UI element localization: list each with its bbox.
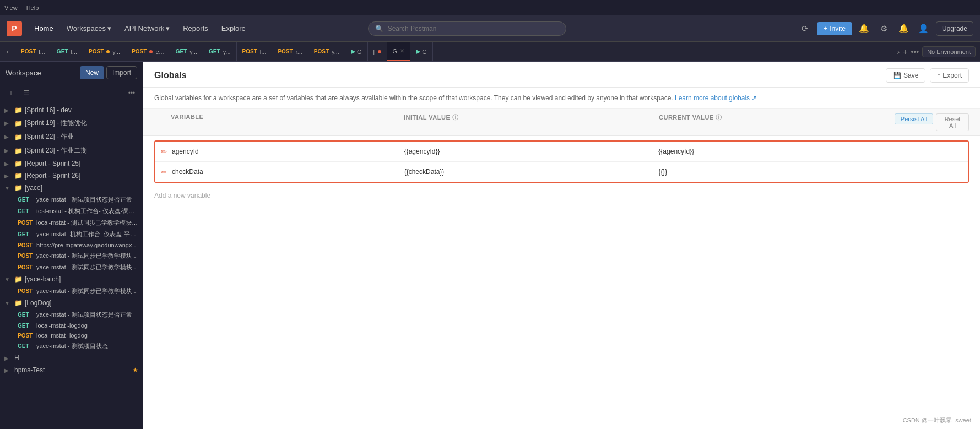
tabs-bar: ‹ POST l... GET l... POST y... POST e...…: [0, 42, 980, 62]
sidebar-item-report25[interactable]: ▶ 📁 [Report - Sprint 25]: [0, 158, 143, 170]
folder-icon: 📁: [14, 133, 23, 141]
sidebar-more-btn[interactable]: •••: [125, 86, 138, 100]
nav-item-explore[interactable]: Explore: [216, 21, 251, 36]
upgrade-button[interactable]: Upgrade: [936, 21, 973, 36]
sidebar-item-H[interactable]: ▶ H: [0, 352, 143, 364]
tab-post-2[interactable]: POST y...: [83, 42, 126, 61]
nav-right-actions: ⟳ +Invite 🔔 ⚙ 🔔 👤 Upgrade: [797, 21, 973, 36]
settings-icon[interactable]: ⚙: [876, 21, 892, 36]
search-bar[interactable]: 🔍: [368, 21, 566, 36]
globals-description: Global variables for a workspace are a s…: [143, 88, 980, 109]
current-value-input-checkdata[interactable]: [658, 168, 885, 176]
sidebar-req-yace-3[interactable]: POST local-mstat - 测试同步已学教学模块数据- 域名访问: [0, 217, 143, 229]
edit-icon[interactable]: ✏: [157, 145, 170, 158]
chevron-right-icon: ▶: [4, 134, 12, 140]
menu-view[interactable]: View: [4, 4, 18, 11]
sidebar-req-yace-2[interactable]: GET test-mstat - 机构工作台- 仪表盘-课程排行榜学习人...: [0, 205, 143, 217]
tab-bracket-1[interactable]: [: [368, 42, 387, 61]
sidebar-req-logdog-3[interactable]: POST local-mstat -logdog: [0, 330, 143, 340]
sidebar-item-report26[interactable]: ▶ 📁 [Report - Sprint 26]: [0, 170, 143, 182]
sidebar-item-hpms[interactable]: ▶ hpms-Test ★: [0, 364, 143, 376]
tab-add-btn[interactable]: +: [903, 47, 907, 56]
table-header: VARIABLE INITIAL VALUE ⓘ CURRENT VALUE ⓘ…: [143, 109, 980, 136]
reset-all-button[interactable]: Reset All: [936, 113, 969, 131]
tab-get-1[interactable]: GET l...: [51, 42, 83, 61]
tab-runner-1[interactable]: ▶ G: [345, 42, 368, 61]
top-nav: P Home Workspaces▾ API Network▾ Reports …: [0, 15, 980, 42]
sidebar-item-yace-batch[interactable]: ▼ 📁 [yace-batch]: [0, 273, 143, 285]
tab-back-btn[interactable]: ‹: [0, 42, 15, 62]
table-row-checkdata: ✏: [155, 162, 968, 182]
nav-item-workspaces[interactable]: Workspaces▾: [61, 21, 117, 36]
current-value-input-agencyid[interactable]: [658, 148, 885, 155]
sidebar-item-sprint19[interactable]: ▶ 📁 [Sprint 19] - 性能优化: [0, 116, 143, 130]
export-button[interactable]: ↑ Export: [930, 68, 969, 83]
sidebar-req-logdog-2[interactable]: GET local-mstat -logdog: [0, 321, 143, 330]
sidebar-req-yace-4[interactable]: GET yace-mstat -机构工作台- 仪表盘-平台访问统计: [0, 229, 143, 240]
star-icon: ★: [132, 366, 138, 374]
menu-help[interactable]: Help: [26, 4, 39, 11]
title-bar-menu: View Help: [4, 4, 39, 11]
search-input[interactable]: [388, 25, 559, 32]
sidebar-item-sprint23[interactable]: ▶ 📁 [Sprint 23] - 作业二期: [0, 144, 143, 158]
add-variable-row[interactable]: Add a new variable: [143, 187, 980, 204]
sync-icon[interactable]: ⟳: [797, 21, 813, 36]
globals-header: Globals 💾 Save ↑ Export: [143, 62, 980, 88]
search-icon: 🔍: [375, 25, 383, 32]
environment-selector[interactable]: No Environment: [922, 46, 976, 57]
watermark: CSDN @一叶飘零_sweet_: [903, 416, 974, 425]
initial-value-input-agencyid[interactable]: [404, 148, 631, 155]
sidebar-item-sprint16[interactable]: ▶ 📁 [Sprint 16] - dev: [0, 104, 143, 116]
tabs-actions: › + ••• No Environment: [893, 46, 980, 57]
tab-post-1[interactable]: POST l...: [15, 42, 51, 61]
sidebar-req-logdog-4[interactable]: GET yace-mstat - 测试项目状态: [0, 340, 143, 352]
globals-title: Globals: [154, 70, 187, 80]
persist-all-button[interactable]: Persist All: [895, 113, 933, 124]
table-row-agencyid: ✏: [155, 142, 968, 162]
variable-input-checkdata[interactable]: [172, 168, 399, 176]
save-button[interactable]: 💾 Save: [886, 68, 925, 83]
tab-runner-2[interactable]: G ✕: [387, 42, 411, 61]
folder-icon: 📁: [14, 184, 23, 192]
sidebar-req-yace-batch-1[interactable]: POST yace-mstat - 测试同步已学教学模块数据- 域名访...: [0, 285, 143, 297]
initial-value-input-checkdata[interactable]: [404, 168, 631, 176]
content-area: Globals 💾 Save ↑ Export Global variables…: [143, 62, 980, 429]
sidebar-req-yace-1[interactable]: GET yace-mstat - 测试项目状态是否正常: [0, 194, 143, 205]
tab-post-6[interactable]: POST y...: [308, 42, 345, 61]
sidebar-req-logdog-1[interactable]: GET yace-mstat - 测试项目状态是否正常: [0, 309, 143, 321]
sidebar-item-yace[interactable]: ▼ 📁 [yace]: [0, 182, 143, 194]
sidebar-filter-btn[interactable]: ☰: [20, 86, 33, 100]
nav-item-reports[interactable]: Reports: [177, 21, 214, 36]
sidebar-req-yace-7[interactable]: POST yace-mstat - 测试同步已学教学模块数据- 域名访...: [0, 262, 143, 273]
tab-post-3[interactable]: POST e...: [126, 42, 170, 61]
tab-get-3[interactable]: GET y...: [203, 42, 236, 61]
nav-item-home[interactable]: Home: [29, 21, 59, 36]
import-button[interactable]: Import: [106, 66, 137, 79]
title-bar: View Help: [0, 0, 980, 15]
sidebar-req-yace-6[interactable]: POST yace-mstat - 测试同步已学教学模块数据: [0, 250, 143, 262]
tab-post-4[interactable]: POST l...: [237, 42, 273, 61]
sidebar-req-yace-5[interactable]: POST https://pre-mgateway.gaodunwangxiao…: [0, 240, 143, 250]
sidebar-item-logdog[interactable]: ▼ 📁 [LogDog]: [0, 297, 143, 309]
sidebar-add-btn[interactable]: +: [4, 86, 18, 100]
new-button[interactable]: New: [80, 66, 104, 79]
col-header-reset[interactable]: Reset All: [936, 113, 969, 131]
tab-post-5[interactable]: POST r...: [272, 42, 308, 61]
avatar[interactable]: 👤: [916, 21, 932, 36]
nav-item-api-network[interactable]: API Network▾: [119, 21, 175, 36]
globals-rows-highlighted: ✏ ✏: [154, 140, 969, 183]
nav-logo[interactable]: P: [7, 21, 22, 36]
tab-get-2[interactable]: GET y...: [170, 42, 203, 61]
tab-more-btn[interactable]: •••: [911, 47, 919, 56]
tab-runner-3[interactable]: ▶ G: [410, 42, 433, 61]
col-header-persist[interactable]: Persist All: [892, 113, 936, 131]
learn-more-link[interactable]: Learn more about globals ↗: [675, 94, 757, 102]
folder-icon: 📁: [14, 275, 23, 283]
notification-icon[interactable]: 🔔: [896, 21, 912, 36]
sidebar-item-sprint22[interactable]: ▶ 📁 [Sprint 22] - 作业: [0, 130, 143, 144]
edit-icon[interactable]: ✏: [157, 165, 170, 178]
tab-forward-btn[interactable]: ›: [897, 47, 900, 56]
invite-button[interactable]: +Invite: [817, 22, 852, 35]
variable-input-agencyid[interactable]: [172, 148, 399, 155]
bell-icon[interactable]: 🔔: [857, 21, 872, 36]
